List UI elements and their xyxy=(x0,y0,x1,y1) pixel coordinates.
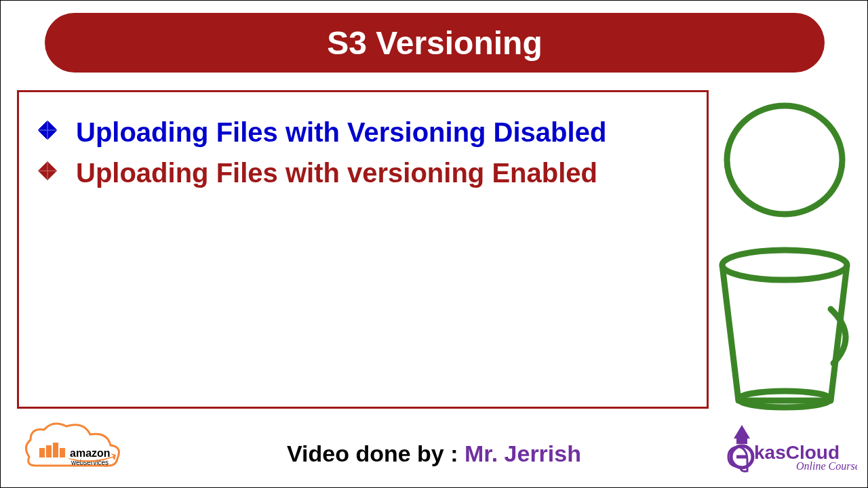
footer: amazon webservices Video done by : Mr. J… xyxy=(1,420,867,487)
page-title: S3 Versioning xyxy=(327,24,542,62)
diamond-bullet-icon xyxy=(38,121,57,140)
circle-icon xyxy=(717,92,852,228)
svg-rect-15 xyxy=(46,445,52,458)
credit-name: Mr. Jerrish xyxy=(465,441,581,466)
svg-rect-17 xyxy=(60,448,65,458)
svg-rect-16 xyxy=(53,443,58,458)
content-box: Uploading Files with Versioning Disabled… xyxy=(17,90,709,409)
credit-line: Video done by : Mr. Jerrish xyxy=(287,441,581,467)
list-item: Uploading Files with versioning Enabled xyxy=(38,155,679,191)
bullet-text-2: Uploading Files with versioning Enabled xyxy=(76,155,597,191)
svg-rect-14 xyxy=(39,448,45,458)
svg-point-12 xyxy=(722,250,847,280)
svg-point-11 xyxy=(727,106,842,214)
bullet-text-1: Uploading Files with Versioning Disabled xyxy=(76,114,606,150)
list-item: Uploading Files with Versioning Disabled xyxy=(38,114,679,150)
svg-text:Online Courses: Online Courses xyxy=(796,460,857,472)
svg-rect-20 xyxy=(736,439,747,444)
credit-label: Video done by : xyxy=(287,441,465,466)
ekascloud-logo: kasCloud Online Courses xyxy=(722,420,857,481)
aws-logo: amazon webservices xyxy=(16,420,131,481)
bucket-icon xyxy=(717,245,852,414)
diamond-bullet-icon xyxy=(38,161,57,180)
title-banner: S3 Versioning xyxy=(45,13,825,73)
svg-text:amazon: amazon xyxy=(70,447,111,459)
